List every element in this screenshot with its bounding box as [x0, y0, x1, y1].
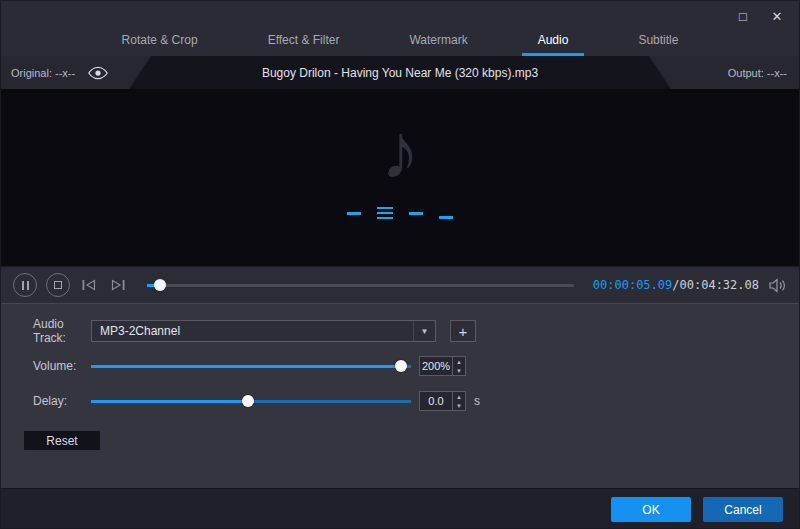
volume-slider-thumb[interactable] — [395, 360, 407, 372]
volume-value[interactable]: 200% — [420, 357, 452, 375]
delay-value-box[interactable]: 0.0 ▲ ▼ — [419, 391, 466, 411]
time-separator: / — [672, 278, 679, 292]
volume-slider[interactable] — [91, 358, 411, 374]
seek-thumb[interactable] — [154, 279, 166, 291]
stop-button[interactable] — [46, 273, 70, 297]
eye-icon[interactable] — [87, 66, 109, 80]
delay-slider-thumb[interactable] — [242, 395, 254, 407]
media-title: Bugoy Drilon - Having You Near Me (320 k… — [129, 56, 671, 89]
pause-button[interactable] — [13, 273, 37, 297]
delay-slider[interactable] — [91, 393, 411, 409]
player-controls: 00:00:05.09/00:04:32.08 — [1, 266, 799, 303]
original-label: Original: --x-- — [11, 67, 75, 79]
audio-editor-window: □ ✕ Rotate & Crop Effect & Filter Waterm… — [0, 0, 800, 529]
volume-spinner-up[interactable]: ▲ — [453, 357, 465, 366]
delay-label: Delay: — [33, 394, 91, 408]
audio-track-label: Audio Track: — [33, 317, 91, 345]
music-note-icon: ♪ — [1, 105, 799, 199]
time-total: 00:04:32.08 — [680, 278, 759, 292]
add-track-button[interactable]: + — [450, 320, 476, 342]
preview-area: ♪ — [1, 89, 799, 266]
delay-spinner: ▲ ▼ — [452, 392, 465, 410]
volume-value-box[interactable]: 200% ▲ ▼ — [419, 356, 466, 376]
delay-spinner-up[interactable]: ▲ — [453, 392, 465, 401]
footer-bar: OK Cancel — [1, 488, 799, 529]
output-label: Output: --x-- — [728, 67, 799, 79]
next-frame-button[interactable] — [108, 273, 128, 297]
ok-button[interactable]: OK — [611, 497, 691, 522]
delay-row: Delay: 0.0 ▲ ▼ s — [33, 390, 799, 412]
tab-subtitle[interactable]: Subtitle — [632, 24, 684, 56]
volume-row: Volume: 200% ▲ ▼ — [33, 355, 799, 377]
preview-header: Original: --x-- Bugoy Drilon - Having Yo… — [1, 56, 799, 89]
audio-track-row: Audio Track: MP3-2Channel ▼ + — [33, 320, 799, 342]
stop-icon — [54, 281, 62, 289]
delay-value[interactable]: 0.0 — [420, 392, 452, 410]
tab-audio[interactable]: Audio — [532, 24, 575, 56]
volume-spinner: ▲ ▼ — [452, 357, 465, 375]
tab-bar: Rotate & Crop Effect & Filter Watermark … — [1, 24, 799, 56]
speaker-button[interactable] — [768, 278, 787, 293]
chevron-down-icon[interactable]: ▼ — [413, 321, 435, 341]
audio-track-value: MP3-2Channel — [100, 324, 180, 338]
original-info: Original: --x-- — [1, 66, 109, 80]
time-current: 00:00:05.09 — [593, 278, 672, 292]
delay-spinner-down[interactable]: ▼ — [453, 401, 465, 410]
delay-unit: s — [474, 394, 480, 408]
tab-rotate-crop[interactable]: Rotate & Crop — [116, 24, 204, 56]
next-frame-icon — [110, 279, 126, 291]
tab-watermark[interactable]: Watermark — [403, 24, 473, 56]
tab-effect-filter[interactable]: Effect & Filter — [262, 24, 346, 56]
speaker-icon — [768, 278, 787, 293]
prev-frame-button[interactable] — [79, 273, 99, 297]
prev-frame-icon — [81, 279, 97, 291]
seek-slider[interactable] — [147, 277, 574, 293]
equalizer-icon — [347, 207, 453, 219]
reset-button[interactable]: Reset — [23, 430, 101, 451]
time-display: 00:00:05.09/00:04:32.08 — [593, 278, 759, 292]
title-bar: □ ✕ Rotate & Crop Effect & Filter Waterm… — [1, 1, 799, 56]
pause-icon — [22, 281, 29, 290]
volume-label: Volume: — [33, 359, 91, 373]
volume-spinner-down[interactable]: ▼ — [453, 366, 465, 375]
cancel-button[interactable]: Cancel — [703, 497, 783, 522]
audio-settings-panel: Audio Track: MP3-2Channel ▼ + Volume: 20… — [1, 303, 799, 488]
audio-track-dropdown[interactable]: MP3-2Channel ▼ — [91, 320, 436, 342]
